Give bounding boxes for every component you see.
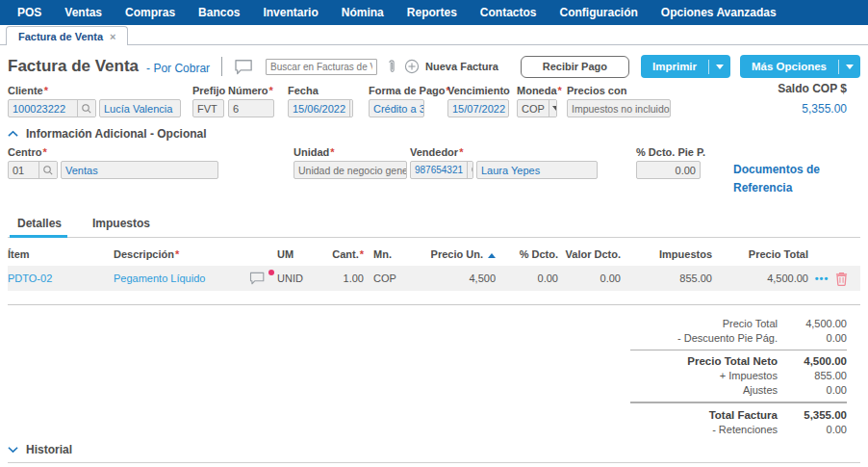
add-circle-icon[interactable]	[404, 59, 420, 74]
nav-item-reportes[interactable]: Reportes	[396, 6, 469, 19]
cliente-name-input[interactable]: Lucía Valencia	[99, 99, 181, 117]
chevron-down-icon	[8, 446, 18, 454]
reference-docs-link[interactable]: Documentos de Referencia	[733, 161, 860, 197]
item-cant[interactable]: 1.00	[320, 272, 364, 284]
unidad-input[interactable]: Unidad de negocio general	[294, 161, 407, 179]
cliente-id-input[interactable]: 100023222	[8, 99, 96, 117]
more-options-dropdown-caret[interactable]	[839, 65, 860, 69]
prefijo-input[interactable]: FVT	[192, 99, 224, 117]
total-line: - Retenciones0.00	[630, 423, 847, 437]
additional-info-header[interactable]: Información Adicional - Opcional	[8, 127, 860, 141]
field-unidad: Unidad* Unidad de negocio general	[294, 146, 407, 197]
item-description[interactable]: Pegamento Líquido	[114, 272, 243, 284]
col-um: UM	[272, 248, 320, 260]
more-options-label: Más Opciones	[740, 61, 838, 72]
totals-block: Precio Total4,500.00 - Descuento Pie Pág…	[630, 317, 847, 437]
vendedor-id-input[interactable]: 987654321	[410, 161, 473, 179]
fecha-input[interactable]: 15/06/2022	[288, 99, 353, 117]
calendar-icon[interactable]	[349, 100, 353, 117]
more-options-button[interactable]: Más Opciones	[740, 55, 860, 78]
balance-label: Saldo COP $	[778, 82, 847, 95]
col-precio-total: Precio Total	[712, 248, 808, 260]
field-label: % Dcto. Pie P.	[636, 146, 701, 158]
item-dcto-pct[interactable]: 0.00	[496, 272, 558, 284]
delete-row-icon[interactable]	[835, 272, 856, 286]
item-valor-dcto[interactable]: 0.00	[558, 272, 621, 284]
field-label: Forma de Pago*	[369, 85, 424, 96]
print-button-label: Imprimir	[641, 61, 708, 72]
item-precio-un[interactable]: 4,500	[414, 272, 496, 284]
precios-con-input[interactable]: Impuestos no incluidos	[567, 99, 671, 117]
nav-item-nomina[interactable]: Nómina	[330, 6, 396, 19]
field-label: Fecha	[288, 85, 353, 96]
nav-item-ventas[interactable]: Ventas	[53, 6, 114, 19]
col-item: Ítem	[8, 248, 114, 260]
chevron-up-icon	[8, 130, 18, 138]
numero-input[interactable]: 6	[228, 99, 274, 117]
tab-bar: Factura de Venta ×	[0, 25, 868, 45]
historial-section-header[interactable]: Historial	[8, 443, 860, 463]
col-valor-dcto: Valor Dcto.	[558, 248, 621, 260]
divider	[221, 57, 222, 76]
item-code[interactable]: PDTO-02	[8, 272, 114, 284]
table-row[interactable]: PDTO-02 Pegamento Líquido UNID 1.00 COP …	[8, 266, 860, 291]
field-label: Centro*	[8, 146, 218, 158]
col-precio-un[interactable]: Precio Un.	[414, 248, 496, 260]
sort-asc-icon	[488, 253, 496, 258]
field-label: Moneda*	[517, 85, 557, 96]
centro-name-input[interactable]: Ventas	[61, 161, 218, 179]
forma-de-pago-select[interactable]: Crédito a 30 c	[369, 99, 424, 117]
col-impuestos: Impuestos	[621, 248, 712, 260]
invoice-form-row-2: Centro* 01 Ventas Unidad* Unidad de nego…	[8, 146, 860, 197]
top-navbar: POS Ventas Compras Bancos Inventario Nóm…	[0, 0, 868, 25]
vendedor-name-input[interactable]: Laura Yepes	[476, 161, 598, 179]
tab-factura-de-venta[interactable]: Factura de Venta ×	[6, 26, 128, 45]
print-button[interactable]: Imprimir	[641, 55, 730, 78]
tab-label: Factura de Venta	[18, 31, 103, 42]
close-icon[interactable]: ×	[110, 31, 115, 42]
new-invoice-label[interactable]: Nueva Factura	[425, 61, 498, 72]
chevron-down-icon	[846, 65, 854, 69]
paperclip-icon[interactable]	[387, 59, 396, 75]
detail-tabs: Detalles Impuestos	[8, 213, 860, 238]
section-divider	[8, 304, 860, 305]
item-precio-total[interactable]: 4,500.00	[712, 272, 808, 284]
centro-id-input[interactable]: 01	[8, 161, 58, 179]
nav-item-pos[interactable]: POS	[6, 6, 53, 19]
nav-item-bancos[interactable]: Bancos	[187, 6, 251, 19]
nav-item-inventario[interactable]: Inventario	[251, 6, 329, 19]
search-lookup-icon[interactable]	[38, 162, 57, 178]
tab-impuestos[interactable]: Impuestos	[85, 213, 160, 237]
moneda-select[interactable]: COP	[517, 99, 557, 117]
dcto-pie-input[interactable]: 0.00	[636, 161, 701, 179]
item-mn[interactable]: COP	[364, 272, 414, 284]
field-label: Número*	[228, 85, 274, 96]
field-label: Precios con	[567, 85, 671, 96]
tab-detalles[interactable]: Detalles	[10, 213, 71, 237]
nav-item-opciones-avanzadas[interactable]: Opciones Avanzadas	[650, 6, 788, 19]
nav-item-contactos[interactable]: Contactos	[469, 6, 549, 19]
item-um[interactable]: UNID	[272, 272, 320, 284]
total-line: Total Factura5,355.00	[630, 408, 847, 423]
field-fecha: Fecha 15/06/2022	[288, 85, 353, 117]
chevron-down-icon[interactable]	[549, 100, 557, 117]
nav-item-compras[interactable]: Compras	[114, 6, 187, 19]
col-dcto-pct: % Dcto.	[496, 248, 558, 260]
invoice-form-row-1: Cliente* 100023222 Lucía Valencia Prefij…	[8, 85, 860, 117]
total-line: Precio Total4,500.00	[630, 317, 847, 331]
search-lookup-icon[interactable]	[467, 162, 473, 178]
item-comment-icon[interactable]	[249, 272, 272, 285]
row-more-actions-icon[interactable]: •••	[808, 272, 835, 284]
search-input[interactable]	[266, 59, 377, 75]
item-impuestos[interactable]: 855.00	[621, 272, 712, 284]
field-vendedor: Vendedor* 987654321 Laura Yepes	[410, 146, 598, 197]
nav-item-configuracion[interactable]: Configuración	[548, 6, 649, 19]
vencimiento-input[interactable]: 15/07/2022	[447, 99, 509, 117]
notification-dot	[268, 270, 274, 275]
receive-payment-button[interactable]: Recibir Pago	[521, 56, 629, 78]
print-dropdown-caret[interactable]	[709, 65, 730, 69]
field-prefijo: Prefijo FVT	[192, 85, 224, 117]
field-label: Unidad*	[294, 146, 407, 158]
comment-bubble-icon[interactable]	[234, 59, 254, 75]
search-lookup-icon[interactable]	[77, 100, 95, 117]
